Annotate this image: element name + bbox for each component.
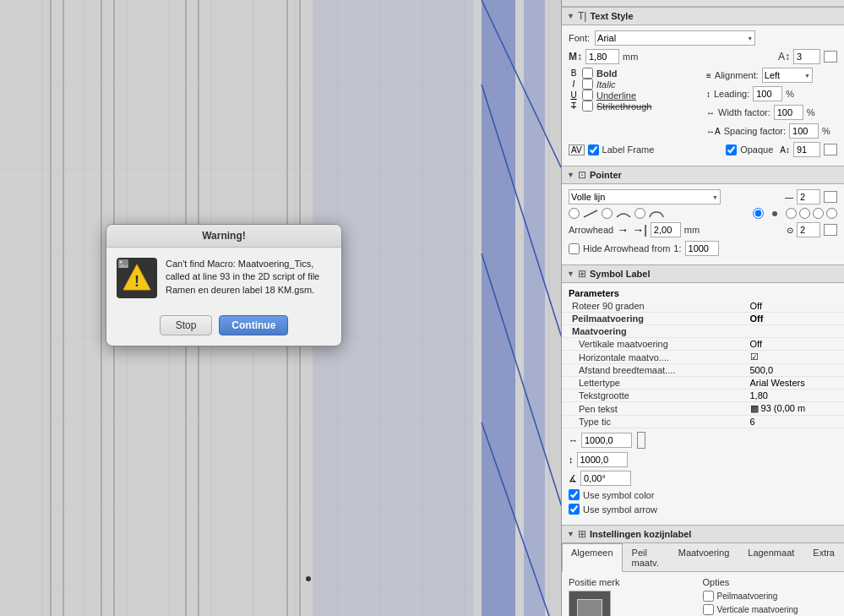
dialog-buttons: Stop Continue [106,308,341,346]
ptr-radio-7[interactable] [813,208,824,219]
stop-button[interactable]: Stop [160,315,213,335]
underline-option: U Underline [569,90,700,101]
param-label: Lettertype [562,377,748,390]
font-label: Font: [569,33,590,43]
pointer-body: Volle lijn — Arrowhead [562,184,844,264]
spacing-factor-input[interactable] [789,123,819,139]
tab-maatvoering[interactable]: Maatvoering [669,543,739,571]
line-type-select[interactable]: Volle lijn [569,189,721,204]
symbol-label-section-header[interactable]: ▼ ⊞ Symbol Label [562,264,844,283]
dialog-body: ! Can't find Macro: Maatvoering_Tics, ca… [106,248,341,308]
dimension-controls: ↔ ↕ ∡ Use symbol color Use symbol arrow [562,428,844,521]
use-symbol-arrow-checkbox[interactable] [569,504,580,515]
text-style-section-header[interactable]: ▼ T| Text Style [562,7,844,25]
size-unit: mm [623,52,638,62]
ptr-curve-icon-1 [582,209,599,219]
width-slider[interactable] [637,432,645,449]
ptr-radio-6[interactable] [799,208,810,219]
opties-header: Opties [703,577,809,587]
arrowhead-icon-right: →| [632,223,647,237]
ptr-radio-3[interactable] [634,208,645,219]
ptr-radio-2[interactable] [602,208,613,219]
line-icon: — [785,193,793,202]
ptr-radio-5[interactable] [786,208,797,219]
leading-input[interactable] [753,86,782,101]
opaque-color[interactable] [824,144,837,155]
angle-input[interactable] [580,471,631,486]
param-value: Off [748,338,845,351]
tab-content: Positie merk Verplaatsing X richting Ver… [562,572,844,616]
tab-lagenmaat[interactable]: Lagenmaat [738,543,803,571]
right-panel: ▼ T| Text Style Font: Arial M↕ mm A↕ [561,0,844,616]
italic-checkbox[interactable] [582,79,593,90]
width-factor-icon: ↔ [706,108,715,117]
ptr-radio-8[interactable] [826,208,837,219]
alignment-options: ≡ Alignment: Left ↕ Leading: % ↔ [706,68,837,142]
bold-checkbox[interactable] [582,68,593,79]
position-mark-box[interactable] [569,591,611,616]
style-alignment-row: B Bold I Italic U Underline T St [569,68,837,142]
width-factor-input[interactable] [774,105,803,120]
option-checkbox[interactable] [703,591,714,602]
av-icon: AV [569,144,585,155]
option-label: Peilmaatvoering [717,591,778,601]
underline-checkbox[interactable] [582,90,593,101]
option-item: Verticale maatvoering [703,604,809,615]
arrowhead-label: Arrowhead [569,225,613,235]
param-label: Peilmaatvoering [562,313,748,325]
pointer-icon: ⊡ [578,169,586,181]
style-options: B Bold I Italic U Underline T St [569,68,700,142]
kozijnlabel-section-header[interactable]: ▼ ⊞ Instellingen kozijnlabel [562,525,844,543]
hide-arrowhead-scale-input[interactable] [685,241,719,256]
size-input[interactable] [585,49,619,64]
width1-input[interactable] [581,433,632,448]
tab-extra[interactable]: Extra [803,543,844,571]
symbol-label-icon: ⊞ [578,268,586,280]
ptr-radio-1[interactable] [569,208,580,219]
strikethrough-label: Strikethrough [596,101,651,112]
color-swatch[interactable] [824,51,837,63]
option-checkbox[interactable] [703,604,714,615]
tab-peil-maatv[interactable]: Peil maatv. [623,543,669,571]
arrowhead-value-input[interactable] [651,222,681,237]
alignment-select[interactable]: Left [762,68,813,83]
pointer-right-input[interactable] [797,189,820,204]
continue-button[interactable]: Continue [219,315,288,335]
kozijnlabel-icon: ⊞ [578,528,586,540]
pointer-color[interactable] [824,191,837,203]
param-label: Pen tekst [562,402,748,416]
width2-row: ↕ [569,452,837,467]
bold-option: B Bold [569,68,700,79]
hide-arrowhead-checkbox[interactable] [569,243,580,254]
spacing-icon: ↔A [706,127,721,136]
alignment-row: ≡ Alignment: Left [706,68,837,83]
right-value-input[interactable] [793,49,820,64]
font-select[interactable]: Arial [595,30,755,46]
underline-label: Underline [596,90,636,101]
params-table: Roteer 90 gradenOffPeilmaatvoeringOffMaa… [562,300,844,428]
width-factor-row: ↔ Width factor: % [706,105,837,120]
strikethrough-checkbox[interactable] [582,101,593,112]
param-row: Roteer 90 gradenOff [562,300,844,313]
arrowhead-color[interactable] [824,224,837,236]
dialog-titlebar: Warning! [106,225,341,248]
ptr-radio-4[interactable] [753,208,764,219]
panel-top [562,0,844,7]
label-frame-checkbox[interactable] [588,144,599,155]
param-value: 500,0 [748,364,845,377]
use-symbol-color-checkbox[interactable] [569,489,580,500]
tab-algemeen[interactable]: Algemeen [562,543,623,572]
arrowhead-right-input[interactable] [797,222,820,237]
font-select-wrapper: Arial [595,30,755,46]
positie-merk-header: Positie merk [569,577,694,587]
param-row: Maatvoering [562,325,844,338]
param-value: 6 [748,416,845,428]
pointer-section-header[interactable]: ▼ ⊡ Pointer [562,166,844,184]
opaque-checkbox[interactable] [726,144,737,155]
opaque-value-input[interactable] [793,142,820,157]
kozijnlabel-body: Algemeen Peil maatv. Maatvoering Lagenma… [562,543,844,616]
text-style-arrow: ▼ [567,12,574,20]
width2-input[interactable] [577,452,628,467]
param-value [748,325,845,338]
width-factor-label: Width factor: [718,107,770,117]
